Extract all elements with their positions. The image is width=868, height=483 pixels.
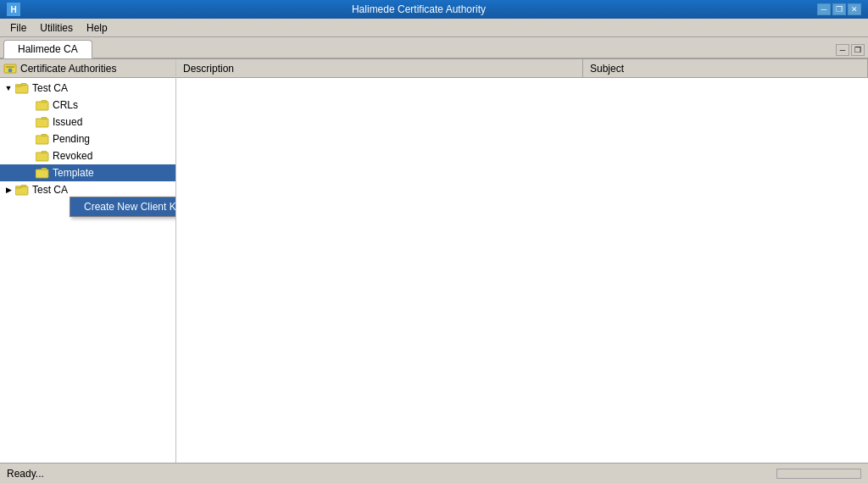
folder-icon-template (36, 167, 49, 179)
tree-header: Certificate Authorities (0, 59, 175, 78)
svg-rect-5 (21, 84, 26, 86)
main-area: Certificate Authorities ▼ Test CA ▶ (0, 59, 868, 463)
tree-label-crls: CRLs (53, 99, 78, 111)
left-panel: Certificate Authorities ▼ Test CA ▶ (0, 59, 176, 463)
window-title: Halimede Certificate Authority (20, 3, 817, 15)
tree-label-issued: Issued (53, 116, 82, 128)
tree-item-test-ca-1[interactable]: ▼ Test CA (0, 80, 175, 97)
tree-item-issued[interactable]: ▶ Issued (0, 114, 175, 130)
tree-item-template[interactable]: ▶ Template (0, 164, 175, 181)
tree-toggle-test-ca-1[interactable]: ▼ (3, 83, 14, 93)
tree-label-template: Template (53, 167, 94, 179)
tab-bar: Halimede CA ─ ❐ (0, 37, 868, 59)
tab-halimede-ca[interactable]: Halimede CA (3, 40, 92, 58)
panel-header: Description Subject (176, 59, 868, 78)
svg-rect-13 (42, 152, 47, 153)
menu-utilities[interactable]: Utilities (33, 20, 80, 36)
app-icon: H (7, 3, 20, 16)
tree-item-crls[interactable]: ▶ CRLs (0, 97, 175, 114)
svg-rect-1 (6, 66, 14, 68)
tab-minimize-button[interactable]: ─ (836, 44, 849, 56)
svg-rect-11 (42, 135, 47, 136)
folder-icon-crls (36, 99, 49, 111)
tree-toggle-test-ca-2[interactable]: ▶ (3, 185, 14, 195)
minimize-button[interactable]: ─ (817, 3, 831, 15)
svg-rect-4 (15, 85, 21, 86)
folder-icon-pending (36, 133, 49, 145)
svg-rect-8 (36, 119, 48, 127)
svg-rect-18 (21, 186, 26, 187)
scrollbar[interactable] (776, 469, 861, 479)
right-panel: Description Subject (176, 59, 868, 463)
tree-label-test-ca-1: Test CA (32, 82, 68, 94)
menu-help[interactable]: Help (80, 20, 114, 36)
tab-restore-button[interactable]: ❐ (851, 44, 865, 56)
svg-rect-17 (15, 186, 21, 188)
status-text: Ready... (7, 468, 44, 480)
window-controls: ─ ❐ ✕ (817, 3, 861, 15)
menu-file[interactable]: File (3, 20, 33, 36)
context-menu-item-create-template[interactable]: Create New Client Key/Certificate Templa… (70, 197, 176, 216)
tree-item-revoked[interactable]: ▶ Revoked (0, 147, 175, 164)
tree-item-pending[interactable]: ▶ Pending (0, 130, 175, 147)
tree-header-label: Certificate Authorities (20, 63, 116, 75)
ca-icon-2 (15, 184, 29, 196)
title-bar: H Halimede Certificate Authority ─ ❐ ✕ (0, 0, 868, 19)
svg-rect-10 (36, 136, 48, 144)
svg-rect-9 (42, 118, 47, 119)
svg-rect-14 (36, 169, 48, 178)
svg-rect-7 (42, 101, 47, 103)
ca-icon (15, 82, 29, 94)
status-bar: Ready... (0, 463, 868, 483)
col-description-header: Description (176, 59, 583, 77)
close-button[interactable]: ✕ (848, 3, 861, 15)
certificate-authorities-icon (3, 62, 17, 75)
folder-icon-revoked (36, 150, 49, 162)
svg-rect-12 (36, 153, 48, 161)
col-subject-header: Subject (583, 59, 868, 77)
restore-button[interactable]: ❐ (832, 3, 846, 15)
svg-point-2 (8, 69, 12, 72)
tree-item-test-ca-2[interactable]: ▶ Test CA (0, 181, 175, 198)
tree-label-pending: Pending (53, 133, 90, 145)
svg-rect-15 (42, 169, 47, 170)
tree: ▼ Test CA ▶ (0, 78, 175, 200)
folder-icon-issued (36, 116, 49, 128)
tree-label-revoked: Revoked (53, 150, 92, 162)
tree-label-test-ca-2: Test CA (32, 184, 68, 196)
context-menu: Create New Client Key/Certificate Templa… (70, 197, 176, 217)
menu-bar: File Utilities Help (0, 19, 868, 37)
tab-controls: ─ ❐ (836, 44, 865, 58)
svg-rect-6 (36, 102, 48, 110)
